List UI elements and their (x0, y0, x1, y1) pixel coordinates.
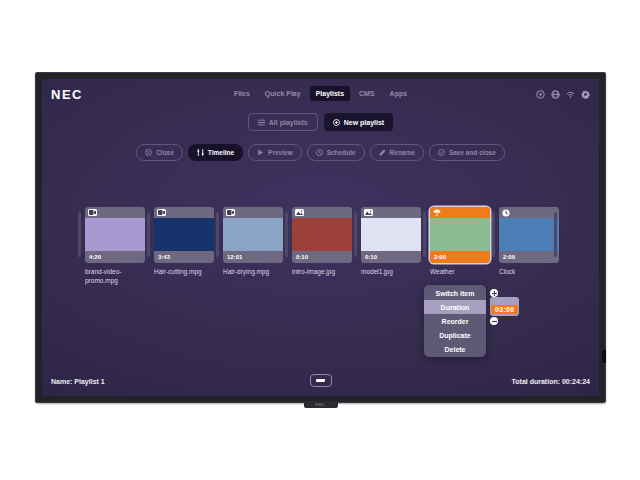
insert-handle[interactable] (78, 212, 81, 257)
card-header (361, 207, 421, 218)
card-footer: 0:10 (292, 251, 352, 263)
card-header (154, 207, 214, 218)
nav-tab[interactable]: CMS (353, 86, 381, 101)
preview-label: Preview (268, 149, 293, 156)
save-and-close-label: Save and close (449, 149, 496, 156)
preview-button[interactable]: Preview (248, 144, 302, 161)
image-icon (295, 209, 304, 216)
nav-tab[interactable]: Playlists (310, 86, 350, 101)
card-block: 3:43 Hair-cutting.mpg (154, 207, 215, 277)
play-icon (257, 149, 264, 156)
plus-icon[interactable] (490, 289, 498, 297)
menu-icon (258, 119, 265, 126)
all-playlists-button[interactable]: All playlists (248, 113, 318, 131)
insert-handle[interactable] (285, 212, 288, 257)
duration-value: 03:00 (491, 305, 518, 314)
insert-handle[interactable] (492, 212, 495, 257)
context-menu-item[interactable]: Duplicate (424, 328, 486, 342)
item-name: Hair-cutting.mpg (154, 268, 215, 277)
item-name: intro-image.jpg (292, 268, 353, 277)
header-icons (536, 90, 590, 99)
clock-icon (502, 209, 510, 217)
timeline-slot: 0:10 model1.jpg (354, 207, 422, 277)
minus-icon[interactable] (490, 317, 498, 325)
insert-handle[interactable] (354, 212, 357, 257)
item-duration: 3:43 (158, 254, 170, 260)
thumbnail (361, 218, 421, 251)
item-name: Hair-drying.mpg (223, 268, 284, 277)
nav-tab-label: Apps (390, 90, 408, 97)
card-block: 0:10 model1.jpg (361, 207, 422, 277)
video-icon (88, 209, 97, 216)
monitor-control-button[interactable] (602, 350, 606, 363)
pencil-icon (379, 149, 386, 156)
card-footer: 2:00 (430, 251, 490, 263)
insert-handle-trailing[interactable] (554, 212, 557, 257)
playlist-item-card[interactable]: 3:43 (154, 207, 214, 263)
card-block: 4:20 brand-video-promo.mpg (85, 207, 146, 286)
insert-handle[interactable] (147, 212, 150, 257)
card-block: 2:00 Clock (499, 207, 560, 277)
card-header (499, 207, 559, 218)
card-footer: 0:10 (361, 251, 421, 263)
thumbnail (292, 218, 352, 251)
context-menu-item-label: Delete (444, 346, 465, 353)
context-menu-item-label: Switch item (436, 290, 475, 297)
duration-value-control: 03:00 (490, 298, 519, 316)
item-name: brand-video-promo.mpg (85, 268, 146, 286)
image-icon (364, 209, 373, 216)
playlist-item-card[interactable]: 0:10 (292, 207, 352, 263)
new-playlist-button[interactable]: New playlist (324, 113, 393, 131)
playlist-item-card[interactable]: 4:20 (85, 207, 145, 263)
timeline-slot: 2:00 Weather (423, 207, 491, 277)
close-button[interactable]: Close (136, 144, 183, 161)
wifi-icon[interactable] (566, 90, 575, 99)
card-header (223, 207, 283, 218)
playlist-item-card[interactable]: 2:00 (499, 207, 559, 263)
nav-tab-label: CMS (359, 90, 375, 97)
video-icon (226, 209, 235, 216)
item-name: model1.jpg (361, 268, 422, 277)
playlist-item-card[interactable]: 12:01 (223, 207, 283, 263)
context-menu: Switch item Duration (424, 285, 486, 357)
increase-duration-control (490, 289, 498, 297)
nav-tab[interactable]: Files (228, 86, 256, 101)
item-name: Weather (430, 268, 491, 277)
nav-tab-label: Files (234, 90, 250, 97)
playlist-item-card[interactable]: 2:00 (430, 207, 490, 263)
upload-icon[interactable] (536, 90, 545, 99)
nav-tab[interactable]: Quick Play (259, 86, 307, 101)
timeline-slot: 2:00 Clock (492, 207, 560, 277)
collapse-button[interactable] (310, 374, 332, 387)
globe-icon[interactable] (551, 90, 560, 99)
context-menu-item[interactable]: Switch item (424, 286, 486, 300)
timeline-slot: 3:43 Hair-cutting.mpg (147, 207, 215, 277)
context-menu-item[interactable]: Duration 03:00 (424, 300, 486, 314)
close-icon (145, 149, 152, 156)
thumbnail (430, 218, 490, 251)
nav-tab[interactable]: Apps (384, 86, 414, 101)
card-block: 12:01 Hair-drying.mpg (223, 207, 284, 277)
top-nav: Files Quick Play Playlists CMS Apps (42, 86, 599, 101)
item-duration: 4:20 (89, 254, 101, 260)
card-header (430, 207, 490, 218)
context-menu-item[interactable]: Reorder (424, 314, 486, 328)
duration-value-pill[interactable]: 03:00 (490, 297, 519, 316)
timeline-slot: 12:01 Hair-drying.mpg (216, 207, 284, 277)
check-icon (438, 149, 445, 156)
insert-handle[interactable] (423, 212, 426, 257)
playlist-item-card[interactable]: 0:10 (361, 207, 421, 263)
timeline-button[interactable]: Timeline (188, 144, 243, 161)
thumbnail (154, 218, 214, 251)
nav-tab-label: Quick Play (265, 90, 301, 97)
insert-handle[interactable] (216, 212, 219, 257)
timeline-slot: 0:10 intro-image.jpg (285, 207, 353, 277)
gear-icon[interactable] (581, 90, 590, 99)
card-block: 2:00 Weather (430, 207, 491, 277)
context-menu-item[interactable]: Delete (424, 342, 486, 356)
save-and-close-button[interactable]: Save and close (429, 144, 505, 161)
schedule-button[interactable]: Schedule (307, 144, 365, 161)
item-duration: 2:00 (503, 254, 515, 260)
context-menu-item-label: Reorder (442, 318, 469, 325)
rename-button[interactable]: Rename (370, 144, 424, 161)
